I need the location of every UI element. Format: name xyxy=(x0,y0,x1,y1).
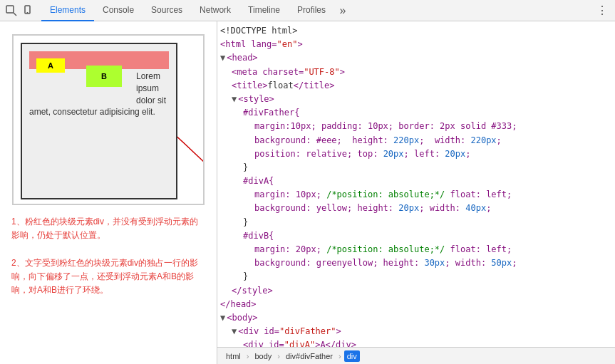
triangle-head[interactable] xyxy=(220,53,225,63)
tab-timeline[interactable]: Timeline xyxy=(239,0,289,21)
more-tabs-btn[interactable]: » xyxy=(334,2,351,19)
toolbar-right: ⋮ xyxy=(594,2,611,19)
tabs-bar: Elements Console Sources Network Timelin… xyxy=(41,0,594,21)
svg-rect-3 xyxy=(27,12,29,14)
tab-console[interactable]: Console xyxy=(94,0,143,21)
triangle-body[interactable] xyxy=(220,313,225,323)
div-a: A xyxy=(36,58,65,73)
device-mode-btn[interactable] xyxy=(21,4,36,18)
code-line-20: </style> xyxy=(217,284,615,298)
code-line-21: </head> xyxy=(217,298,615,311)
code-line-10: position: relative; top: 20px; left: 20p… xyxy=(217,147,615,161)
code-line-6: <style> xyxy=(217,93,615,106)
code-line-14: background: yellow; height: 20px; width:… xyxy=(217,202,615,215)
tab-sources[interactable]: Sources xyxy=(143,0,191,21)
code-area[interactable]: <!DOCTYPE html> <html lang="en"> <head> … xyxy=(217,21,615,347)
code-line-8: margin:10px; padding: 10px; border: 2px … xyxy=(217,120,615,133)
breadcrumb-sep-1: › xyxy=(247,352,249,360)
code-line-11: } xyxy=(217,161,615,175)
code-line-18: background: greenyellow; height: 30px; w… xyxy=(217,256,615,270)
breadcrumb-divfather[interactable]: div#divFather xyxy=(283,350,336,362)
code-line-15: } xyxy=(217,216,615,229)
tab-elements[interactable]: Elements xyxy=(41,0,94,21)
code-line-7: #divFather{ xyxy=(217,106,615,120)
code-line-3: <head> xyxy=(217,51,615,65)
right-panel: <!DOCTYPE html> <html lang="en"> <head> … xyxy=(217,21,615,364)
devtools-toolbar: Elements Console Sources Network Timelin… xyxy=(0,0,615,21)
code-line-22: <body> xyxy=(217,311,615,325)
breadcrumb-sep-3: › xyxy=(338,352,341,360)
left-panel: A B Lorem ipsum dolor sit amet, consecte… xyxy=(0,21,217,364)
inspect-element-btn[interactable] xyxy=(4,4,19,18)
main-content: A B Lorem ipsum dolor sit amet, consecte… xyxy=(0,21,615,364)
breadcrumb-sep-2: › xyxy=(277,352,280,360)
settings-btn[interactable]: ⋮ xyxy=(594,2,611,19)
code-line-12: #divA{ xyxy=(217,175,615,188)
breadcrumb-div[interactable]: div xyxy=(344,350,360,362)
svg-rect-0 xyxy=(6,6,14,13)
code-line-19: } xyxy=(217,270,615,284)
desc1: 1、粉红色的块级元素div，并没有受到浮动元素的影响，仍处于默认位置。 xyxy=(11,215,205,242)
div-b: B xyxy=(86,66,122,87)
breadcrumb-html[interactable]: html xyxy=(223,350,244,362)
code-line-2: <html lang="en"> xyxy=(217,38,615,51)
code-line-13: margin: 10px; /*position: absolute;*/ fl… xyxy=(217,188,615,202)
desc2: 2、文字受到粉红色的块级元素div的独占一行的影响，向下偏移了一点，还受到浮动元… xyxy=(11,256,205,298)
div-father: A B Lorem ipsum dolor sit amet, consecte… xyxy=(21,43,177,199)
breadcrumb-bar: html › body › div#divFather › div xyxy=(217,347,615,364)
triangle-style[interactable] xyxy=(232,94,237,104)
toolbar-icons xyxy=(4,4,36,18)
tab-profiles[interactable]: Profiles xyxy=(289,0,334,21)
code-line-24: <div id="divA">A</div> xyxy=(217,338,615,347)
preview-box: A B Lorem ipsum dolor sit amet, consecte… xyxy=(12,34,205,205)
code-line-23: <div id="divFather"> xyxy=(217,325,615,338)
code-line-5: <title>float</title> xyxy=(217,79,615,93)
code-line-9: background: #eee; height: 220px; width: … xyxy=(217,134,615,147)
code-line-1: <!DOCTYPE html> xyxy=(217,24,615,38)
svg-line-1 xyxy=(14,13,16,16)
tab-network[interactable]: Network xyxy=(191,0,239,21)
code-line-17: margin: 20px; /*position: absolute;*/ fl… xyxy=(217,243,615,256)
code-line-4: <meta charset="UTF-8"> xyxy=(217,66,615,79)
code-line-16: #divB{ xyxy=(217,229,615,243)
triangle-divfather[interactable] xyxy=(232,326,237,336)
description: 1、粉红色的块级元素div，并没有受到浮动元素的影响，仍处于默认位置。 2、文字… xyxy=(6,212,211,300)
breadcrumb-body[interactable]: body xyxy=(252,350,274,362)
